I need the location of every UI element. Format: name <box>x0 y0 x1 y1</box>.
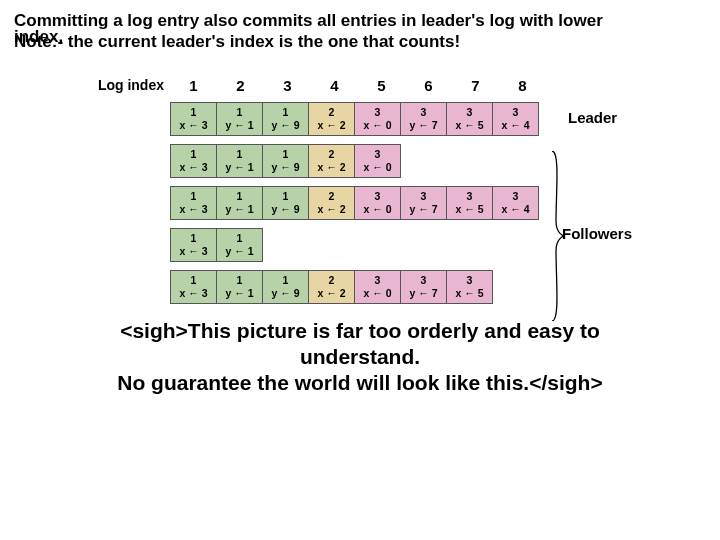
log-index-number: 1 <box>170 77 217 94</box>
cell-term: 3 <box>467 190 473 202</box>
cell-term: 2 <box>329 274 335 286</box>
cell-term: 3 <box>513 190 519 202</box>
cell-command: x ← 3 <box>179 119 207 131</box>
cell-term: 2 <box>329 148 335 160</box>
cell-term: 3 <box>375 148 381 160</box>
log-entry-cell: 3y ← 7 <box>400 186 447 220</box>
log-entry-cell: 3x ← 0 <box>354 144 401 178</box>
log-entry-cell: 2x ← 2 <box>308 144 355 178</box>
log-entry-cell: 1y ← 9 <box>262 102 309 136</box>
log-entry-cell: 1y ← 1 <box>216 102 263 136</box>
log-entry-cell: 3x ← 5 <box>446 186 493 220</box>
cell-command: y ← 7 <box>409 119 437 131</box>
log-entry-cell: 3x ← 0 <box>354 270 401 304</box>
cell-command: y ← 9 <box>271 161 299 173</box>
log-row: 1x ← 31y ← 11y ← 92x ← 23x ← 03y ← 73x ←… <box>74 186 706 220</box>
log-entry-cell: 1y ← 9 <box>262 186 309 220</box>
cell-term: 1 <box>237 232 243 244</box>
log-entry-cell: 1x ← 3 <box>170 228 217 262</box>
sigh-line2: understand. <box>14 344 706 370</box>
cell-term: 1 <box>191 148 197 160</box>
log-index-label: Log index <box>74 77 170 93</box>
log-entry-cell: 3x ← 4 <box>492 186 539 220</box>
log-row: 1x ← 31y ← 11y ← 92x ← 23x ← 03y ← 73x ←… <box>74 270 706 304</box>
log-row: 1x ← 31y ← 11y ← 92x ← 23x ← 0 <box>74 144 706 178</box>
cell-term: 1 <box>191 190 197 202</box>
log-entry-cell: 2x ← 2 <box>308 186 355 220</box>
log-entry-cell: 2x ← 2 <box>308 270 355 304</box>
cell-term: 1 <box>283 106 289 118</box>
cell-command: x ← 2 <box>317 119 345 131</box>
log-entry-cell: 3x ← 0 <box>354 102 401 136</box>
cell-term: 1 <box>283 148 289 160</box>
cell-command: x ← 0 <box>363 161 391 173</box>
log-entry-cell: 1x ← 3 <box>170 186 217 220</box>
cell-command: y ← 1 <box>225 203 253 215</box>
cell-command: x ← 5 <box>455 203 483 215</box>
sigh-text: <sigh>This picture is far too orderly an… <box>14 318 706 397</box>
cell-term: 3 <box>467 106 473 118</box>
log-entry-cell: 3x ← 5 <box>446 102 493 136</box>
cell-term: 3 <box>375 190 381 202</box>
cell-term: 3 <box>375 274 381 286</box>
cell-term: 3 <box>375 106 381 118</box>
cell-command: y ← 9 <box>271 119 299 131</box>
cell-command: x ← 5 <box>455 287 483 299</box>
followers-label: Followers <box>562 225 632 242</box>
heading-note: Note:- the current leader's index is the… <box>14 32 460 51</box>
cell-term: 3 <box>421 190 427 202</box>
log-entry-cell: 2x ← 2 <box>308 102 355 136</box>
log-index-number: 7 <box>452 77 499 94</box>
cell-command: x ← 2 <box>317 161 345 173</box>
cell-term: 1 <box>237 106 243 118</box>
cell-command: x ← 5 <box>455 119 483 131</box>
log-entry-cell: 3x ← 5 <box>446 270 493 304</box>
log-entry-cell: 1x ← 3 <box>170 270 217 304</box>
heading-line1: Committing a log entry also commits all … <box>14 11 603 30</box>
log-index-row: Log index 12345678 <box>74 77 706 94</box>
log-entry-cell: 1y ← 9 <box>262 270 309 304</box>
cell-command: x ← 3 <box>179 287 207 299</box>
log-index-number: 5 <box>358 77 405 94</box>
log-entry-cell: 1y ← 1 <box>216 228 263 262</box>
log-entry-cell: 3y ← 7 <box>400 102 447 136</box>
log-entry-cell: 1x ← 3 <box>170 144 217 178</box>
log-entry-cell: 1y ← 1 <box>216 144 263 178</box>
cell-command: x ← 0 <box>363 119 391 131</box>
cell-command: x ← 3 <box>179 203 207 215</box>
cell-command: y ← 1 <box>225 119 253 131</box>
cell-term: 3 <box>467 274 473 286</box>
cell-command: y ← 7 <box>409 203 437 215</box>
log-entry-cell: 1y ← 9 <box>262 144 309 178</box>
cell-command: x ← 0 <box>363 287 391 299</box>
heading: Committing a log entry also commits all … <box>14 10 706 53</box>
cell-term: 3 <box>421 274 427 286</box>
cell-term: 1 <box>283 190 289 202</box>
log-entry-cell: 3x ← 4 <box>492 102 539 136</box>
log-index-number: 3 <box>264 77 311 94</box>
cell-term: 1 <box>191 274 197 286</box>
cell-command: x ← 0 <box>363 203 391 215</box>
log-entry-cell: 3x ← 0 <box>354 186 401 220</box>
log-index-number: 4 <box>311 77 358 94</box>
cell-term: 3 <box>421 106 427 118</box>
log-index-number: 2 <box>217 77 264 94</box>
cell-command: y ← 1 <box>225 287 253 299</box>
heading-index-word: index. <box>14 26 63 47</box>
cell-command: x ← 3 <box>179 245 207 257</box>
log-entry-cell: 1y ← 1 <box>216 186 263 220</box>
cell-command: y ← 9 <box>271 203 299 215</box>
log-entry-cell: 1x ← 3 <box>170 102 217 136</box>
cell-term: 1 <box>283 274 289 286</box>
cell-term: 1 <box>237 274 243 286</box>
cell-command: y ← 1 <box>225 161 253 173</box>
cell-command: x ← 2 <box>317 203 345 215</box>
cell-term: 2 <box>329 190 335 202</box>
cell-command: y ← 9 <box>271 287 299 299</box>
log-index-number: 6 <box>405 77 452 94</box>
cell-term: 1 <box>237 148 243 160</box>
sigh-line1: <sigh>This picture is far too orderly an… <box>14 318 706 344</box>
leader-label: Leader <box>568 109 617 126</box>
sigh-line3: No guarantee the world will look like th… <box>14 370 706 396</box>
log-entry-cell: 1y ← 1 <box>216 270 263 304</box>
